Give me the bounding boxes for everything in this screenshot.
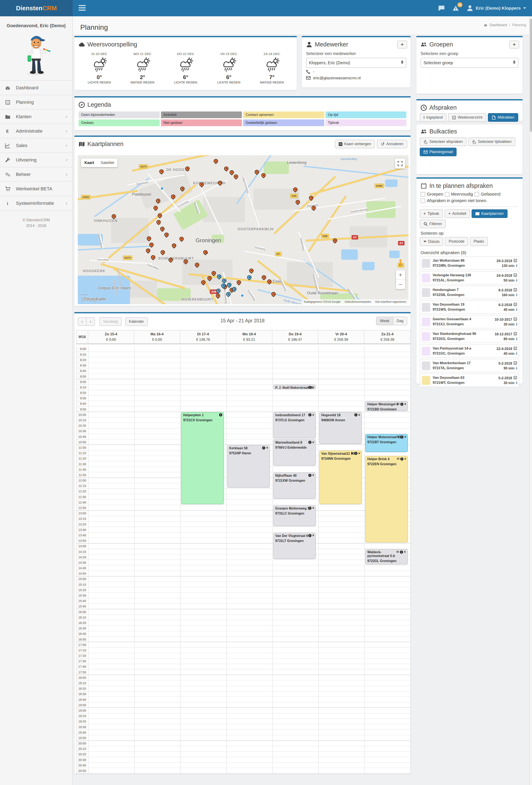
info-icon[interactable]: i (219, 413, 222, 416)
map-marker-orange[interactable] (145, 248, 151, 254)
calendar-event-van-sijsenstraat11-10[interactable]: Van Sijsenstraat11 10⚑i×9724NN Groningen (319, 451, 362, 504)
unplanned-appointment-van-deyssellaan-19[interactable]: Van Deyssellaan 199721WS, Groningen6-2-2… (420, 300, 519, 314)
close-icon[interactable]: × (404, 403, 406, 406)
close-icon[interactable]: × (358, 452, 360, 455)
calendar-event-nijhofflaan-40[interactable]: Nijhofflaan 40i×9721XW Groningen (273, 473, 316, 499)
sidebar-item-systeeminformatie[interactable]: iSysteeminformatie‹ (0, 196, 72, 211)
kaartplannen-button[interactable]: Kaartplannen (472, 209, 507, 218)
unplanned-appointment-van-moerkerkenlaan-17[interactable]: Van Moerkerkenlaan 179721TA, Groningen5-… (420, 359, 519, 372)
close-icon[interactable]: × (312, 474, 314, 477)
info-icon[interactable]: i (308, 386, 312, 389)
page-scrollbar[interactable] (529, 16, 532, 785)
info-icon[interactable]: i (308, 474, 312, 477)
info-icon[interactable]: i (516, 322, 517, 327)
calendar-icon[interactable] (513, 258, 517, 263)
calendar-icon[interactable] (513, 361, 517, 365)
zoom-out-button[interactable]: − (396, 280, 405, 289)
unplanned-appointment-geerten-gossaertlaan-4[interactable]: Geerten Gossaertlaan 49721XJ, Groningen1… (420, 315, 519, 328)
map-marker-orange[interactable] (254, 169, 260, 175)
tijdvak-button[interactable]: +Tijdvak (420, 209, 443, 218)
info-icon[interactable]: i (308, 507, 312, 510)
map-attribution-link[interactable]: Een kaartfout rapporteren (375, 300, 406, 303)
close-icon[interactable]: × (312, 507, 314, 509)
alerts-icon[interactable]: 16 (452, 5, 459, 11)
annuleren-button[interactable]: ↺Annuleren (377, 140, 407, 148)
fullscreen-button[interactable] (395, 158, 405, 169)
info-icon[interactable]: i (308, 413, 312, 416)
dag-view-button[interactable]: Dag (393, 317, 407, 325)
map-type-satelliet[interactable]: Satelliet (98, 158, 117, 167)
calendar-icon[interactable] (513, 376, 517, 380)
add-medewerker-button[interactable]: + (397, 41, 407, 49)
chat-icon[interactable] (438, 5, 445, 11)
calendar-event-granpre-moliereweg-35[interactable]: Granpre Moliereweg 35i×9731LC Groningen (273, 505, 316, 526)
close-icon[interactable]: × (358, 413, 360, 416)
info-icon[interactable]: i (516, 381, 517, 385)
sidebar-item-uitvoering[interactable]: Uitvoering‹ (0, 153, 72, 167)
info-icon[interactable]: i (354, 452, 357, 455)
info-icon[interactable]: i (516, 278, 517, 283)
map-type-kaart[interactable]: Kaart (81, 158, 98, 167)
checkbox-gefaseerd[interactable] (475, 192, 479, 197)
afdrukken-button[interactable]: Afdrukken (488, 113, 518, 122)
calendar-event-p-j-no-l-bakerstraat-66[interactable]: P. J. Noël Bakerstraat 66i× (273, 385, 316, 389)
medewerker-email[interactable]: eric@glazenwasserscrm.nl (302, 74, 410, 80)
hamburger-menu-icon[interactable] (79, 5, 86, 12)
unplanned-appointment-verlengde-hereweg-139[interactable]: Verlengde Hereweg 1399721AL, Groningen24… (420, 271, 519, 284)
add-groep-button[interactable]: + (509, 41, 519, 49)
calendar-event-van-der-vlugtstraat-6[interactable]: Van Der Vlugtstraat 6i×9731LT Groningen (273, 533, 316, 559)
calendar-event-helperplein-1[interactable]: Helperplein 1i9721CX Groningen (181, 412, 224, 504)
calendar-icon[interactable] (513, 346, 517, 351)
selecteer-tijdvakken-button[interactable]: Selecteer tijdvakken (468, 137, 515, 146)
calendar-event-isebrandtsheerd-17[interactable]: Isebrandtsheerd 17i×9737LG Groningen (273, 412, 316, 438)
sidebar-item-beheer[interactable]: Beheer‹ (0, 167, 72, 182)
close-icon[interactable]: × (404, 457, 406, 460)
calendar-event-helper-molenstraat-15[interactable]: Helper Molenstraat 15✉i×9721BT Groningen (365, 434, 408, 452)
info-icon[interactable]: i (400, 551, 403, 554)
sort-plaats-button[interactable]: Plaats (470, 237, 488, 246)
map-marker-orange[interactable] (150, 254, 156, 260)
sidebar-item-sales[interactable]: Sales‹ (0, 138, 72, 153)
map-attribution-link[interactable]: Gebruiksvoorwaarden (345, 300, 371, 303)
calendar-event-waldeck-pyrmontstraat-5-b[interactable]: ✉i×Waldeck-pyrmontstraat 5-b9722GL Groni… (365, 549, 408, 564)
checkbox-meervoudig[interactable] (445, 192, 449, 197)
map-marker-orange[interactable] (159, 226, 165, 232)
sidebar-item-klanten[interactable]: Klanten‹ (0, 109, 72, 124)
breadcrumb-dashboard[interactable]: Dashboard (489, 23, 507, 27)
info-icon[interactable]: i (308, 534, 312, 537)
info-icon[interactable]: i (516, 351, 517, 356)
map-zoom-control[interactable]: + − (396, 270, 405, 289)
checkbox-niet-tonen[interactable] (421, 199, 425, 203)
ingepland-button[interactable]: iIngepland (420, 113, 447, 122)
map-marker-orange[interactable] (229, 170, 235, 175)
calendar-event-helper-brink-4[interactable]: Helper Brink 4✉i×9722EN Groningen (365, 456, 408, 542)
map-marker-orange[interactable] (158, 169, 164, 174)
sidebar-item-administratie[interactable]: €Administratie‹ (0, 124, 72, 138)
close-icon[interactable]: × (312, 386, 314, 389)
map-marker-orange[interactable] (261, 274, 267, 280)
unplanned-appointment-van-starkenborghstraat-90[interactable]: Van Starkenborghstraat 909721EG, Groning… (420, 330, 519, 343)
close-icon[interactable]: × (266, 446, 268, 449)
map-marker-orange[interactable] (248, 268, 254, 274)
unplanned-appointment-hondsruglaan-7[interactable]: Hondsruglaan 79722SB, Groningen8-2-20181… (420, 286, 519, 299)
unplanned-appointment-jan-wolkerslaan-86[interactable]: Jan Wolkerslaan 869721MN, Groningen29-3-… (420, 256, 519, 270)
sort-datum-button[interactable]: Datum (420, 237, 443, 246)
info-icon[interactable]: i (262, 446, 265, 450)
unplanned-appointment-van-panhuysstraat-14-a[interactable]: Van Panhuysstraat 14-a9721GC, Groningen2… (420, 344, 519, 358)
calendar-event-warmoltseiland-8[interactable]: Warmoltseiland 8i×9766VJ Eelderwolde (273, 439, 316, 465)
map-marker-orange[interactable] (179, 236, 184, 242)
calendar-icon[interactable] (513, 273, 517, 278)
info-icon[interactable]: i (308, 441, 312, 444)
info-icon[interactable]: i (516, 307, 517, 312)
app-logo[interactable]: DienstenCRM (0, 0, 73, 16)
calendar-event-kerklaan-58[interactable]: Kerklaan 58i×9751NP Haren (227, 445, 270, 488)
checkbox-groepen[interactable] (421, 192, 425, 197)
info-icon[interactable]: i (354, 413, 357, 416)
calendar-event-hogeveld-18[interactable]: Hogeveld 18i×9468GW Annen (319, 412, 362, 444)
calendar-event-helper-westsingel-6[interactable]: Helper Westsingel 6✉i×9721BD Groningen (365, 401, 408, 411)
sidebar-item-dashboard[interactable]: Dashboard (0, 81, 72, 95)
map-marker-orange[interactable] (223, 166, 229, 172)
google-map[interactable]: LewenborgDamsterdiepDE HOOGTEKORREWEGWIJ… (78, 155, 408, 304)
filteren-button[interactable]: Filteren (420, 220, 446, 228)
sort-postcode-button[interactable]: Postcode (445, 237, 468, 246)
